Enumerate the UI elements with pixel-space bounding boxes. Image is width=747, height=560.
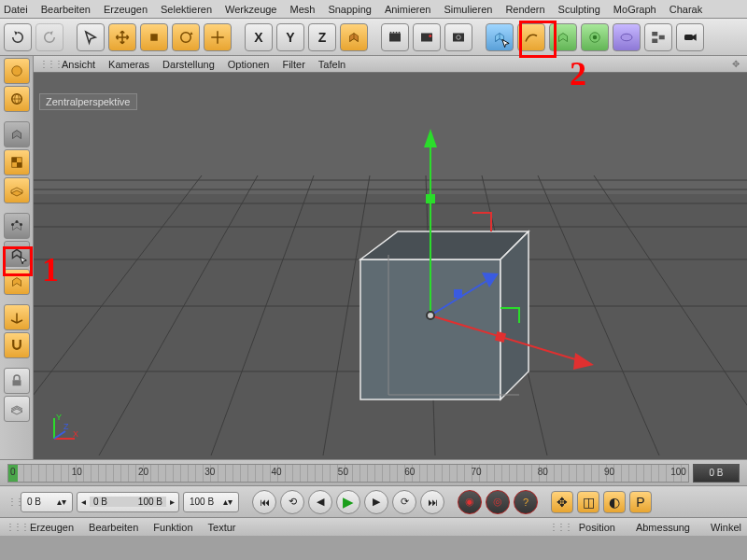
svg-rect-26 bbox=[12, 380, 21, 385]
next-key-button[interactable]: ⟳ bbox=[392, 490, 416, 514]
x-axis-button[interactable]: X bbox=[245, 23, 273, 51]
scale-tool-button[interactable] bbox=[140, 23, 168, 51]
svg-point-23 bbox=[11, 223, 14, 226]
view-tafeln[interactable]: Tafeln bbox=[318, 59, 345, 70]
svg-rect-5 bbox=[396, 32, 398, 34]
key-pos-button[interactable]: ✥ bbox=[551, 491, 573, 513]
autokey-button[interactable]: ◎ bbox=[486, 490, 510, 514]
grip-icon[interactable]: ⋮⋮⋮ bbox=[6, 522, 15, 532]
key-rot-button[interactable]: ◐ bbox=[603, 491, 626, 513]
grid-toggle-button[interactable] bbox=[4, 396, 30, 422]
svg-rect-6 bbox=[399, 32, 401, 34]
view-ansicht[interactable]: Ansicht bbox=[62, 59, 95, 70]
key-scale-button[interactable]: ◫ bbox=[577, 491, 599, 513]
points-mode-button[interactable] bbox=[4, 213, 30, 239]
lock-button[interactable] bbox=[4, 368, 30, 394]
timeline-track[interactable]: 0102030405060708090100 bbox=[7, 464, 689, 483]
edges-mode-button[interactable] bbox=[4, 241, 30, 267]
generator-button[interactable] bbox=[549, 23, 577, 51]
go-start-button[interactable]: ⏮ bbox=[252, 490, 276, 514]
menu-rendern[interactable]: Rendern bbox=[505, 4, 544, 15]
menu-snapping[interactable]: Snapping bbox=[328, 4, 372, 15]
svg-rect-22 bbox=[17, 162, 21, 167]
menu-simulieren[interactable]: Simulieren bbox=[444, 4, 492, 15]
range-slider[interactable]: ◂ 0 B 100 B ▸ bbox=[77, 492, 179, 512]
menu-erzeugen[interactable]: Erzeugen bbox=[104, 4, 148, 15]
object-mode-button[interactable] bbox=[4, 86, 30, 112]
timeline-end-field[interactable]: 0 B bbox=[693, 464, 740, 483]
texture-mode-button[interactable] bbox=[4, 121, 30, 147]
menu-sculpting[interactable]: Sculpting bbox=[558, 4, 600, 15]
menu-animieren[interactable]: Animieren bbox=[385, 4, 431, 15]
prev-key-button[interactable]: ⟲ bbox=[280, 490, 304, 514]
menu-charakter[interactable]: Charak bbox=[669, 4, 702, 15]
timeline[interactable]: 0102030405060708090100 0 B bbox=[0, 459, 747, 485]
tab-bearbeiten[interactable]: Bearbeiten bbox=[89, 522, 138, 533]
snap-button[interactable] bbox=[4, 332, 30, 358]
svg-line-63 bbox=[54, 431, 65, 439]
menu-werkzeuge[interactable]: Werkzeuge bbox=[225, 4, 276, 15]
nav-icon[interactable]: ✥ bbox=[732, 59, 741, 69]
tab-funktion[interactable]: Funktion bbox=[153, 522, 192, 533]
svg-point-25 bbox=[15, 220, 18, 223]
z-axis-button[interactable]: Z bbox=[308, 23, 336, 51]
record-button[interactable]: ◉ bbox=[458, 490, 482, 514]
rotate-tool-button[interactable] bbox=[172, 23, 200, 51]
next-frame-button[interactable]: ▶ bbox=[364, 490, 388, 514]
play-button[interactable]: ▶ bbox=[336, 490, 360, 514]
tab-erzeugen[interactable]: Erzeugen bbox=[30, 522, 74, 533]
grip-icon[interactable]: ⋮⋮⋮ bbox=[39, 59, 49, 69]
view-darstellung[interactable]: Darstellung bbox=[162, 59, 215, 70]
svg-rect-51 bbox=[426, 194, 435, 203]
menu-mograph[interactable]: MoGraph bbox=[613, 4, 656, 15]
camera-button[interactable] bbox=[644, 23, 672, 51]
current-frame-field[interactable]: 0 B▴▾ bbox=[21, 492, 73, 512]
uv-mode-button[interactable] bbox=[4, 149, 30, 175]
polygons-mode-button[interactable] bbox=[4, 269, 30, 295]
key-param-button[interactable]: P bbox=[629, 491, 652, 513]
view-filter[interactable]: Filter bbox=[282, 59, 304, 70]
view-kameras[interactable]: Kameras bbox=[108, 59, 149, 70]
viewport[interactable]: Zentralperspektive bbox=[34, 73, 747, 459]
workplane-button[interactable] bbox=[4, 177, 30, 203]
redo-button[interactable] bbox=[35, 23, 63, 51]
svg-point-8 bbox=[429, 35, 431, 37]
model-mode-button[interactable] bbox=[4, 58, 30, 84]
menu-mesh[interactable]: Mesh bbox=[289, 4, 315, 15]
render-picture-button[interactable] bbox=[413, 23, 441, 51]
go-end-button[interactable]: ⏭ bbox=[420, 490, 444, 514]
grip-icon[interactable]: ⋮⋮⋮ bbox=[549, 522, 558, 533]
viewport-menu: ⋮⋮⋮ Ansicht Kameras Darstellung Optionen… bbox=[34, 56, 747, 73]
axis-indicator-icon: Y X Z bbox=[45, 411, 82, 448]
prev-frame-button[interactable]: ◀ bbox=[308, 490, 332, 514]
render-view-button[interactable] bbox=[381, 23, 409, 51]
svg-rect-14 bbox=[652, 32, 657, 36]
svg-rect-17 bbox=[684, 35, 693, 40]
environment-button[interactable] bbox=[613, 23, 641, 51]
last-tool-button[interactable] bbox=[204, 23, 232, 51]
menu-datei[interactable]: Datei bbox=[4, 4, 28, 15]
axis-mode-button[interactable] bbox=[4, 304, 30, 330]
coordinate-system-button[interactable] bbox=[340, 23, 368, 51]
view-optionen[interactable]: Optionen bbox=[228, 59, 270, 70]
main-toolbar: X Y Z bbox=[0, 19, 747, 56]
svg-point-18 bbox=[11, 66, 21, 77]
main-menu: Datei Bearbeiten Erzeugen Selektieren We… bbox=[0, 0, 747, 19]
svg-rect-15 bbox=[652, 38, 657, 43]
keyframe-options-button[interactable]: ? bbox=[514, 490, 538, 514]
menu-bearbeiten[interactable]: Bearbeiten bbox=[41, 4, 91, 15]
viewport-label: Zentralperspektive bbox=[39, 93, 137, 110]
select-tool-button[interactable] bbox=[77, 23, 105, 51]
menu-selektieren[interactable]: Selektieren bbox=[161, 4, 212, 15]
primitive-cube-button[interactable] bbox=[486, 23, 514, 51]
tab-textur[interactable]: Textur bbox=[208, 522, 236, 533]
spline-button[interactable] bbox=[517, 23, 545, 51]
y-axis-button[interactable]: Y bbox=[276, 23, 304, 51]
undo-button[interactable] bbox=[4, 23, 32, 51]
move-tool-button[interactable] bbox=[108, 23, 136, 51]
end-frame-field[interactable]: 100 B▴▾ bbox=[183, 492, 239, 512]
render-settings-button[interactable] bbox=[444, 23, 472, 51]
light-button[interactable] bbox=[676, 23, 704, 51]
deformer-button[interactable] bbox=[581, 23, 609, 51]
grip-icon[interactable]: ⋮⋮⋮ bbox=[7, 497, 17, 507]
